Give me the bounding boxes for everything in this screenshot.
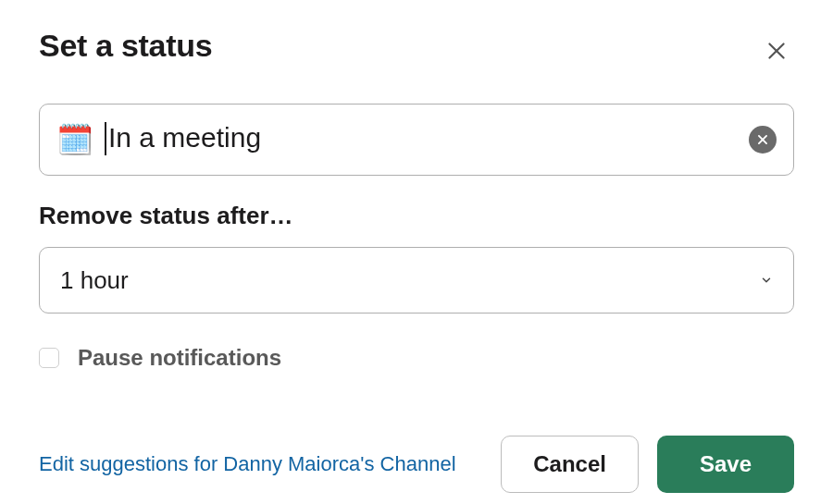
chevron-down-icon	[760, 274, 773, 287]
pause-notifications-checkbox[interactable]	[39, 348, 59, 368]
remove-after-label: Remove status after…	[39, 202, 794, 230]
status-emoji-picker[interactable]: 🗓️	[56, 122, 93, 157]
clear-status-button[interactable]	[749, 126, 777, 154]
close-icon	[765, 39, 789, 63]
close-button[interactable]	[759, 33, 794, 68]
x-icon	[756, 133, 769, 146]
text-caret	[105, 122, 106, 155]
pause-notifications-label: Pause notifications	[78, 345, 281, 371]
dialog-title: Set a status	[39, 28, 212, 64]
status-text-value: In a meeting	[108, 122, 261, 153]
cancel-button[interactable]: Cancel	[501, 436, 639, 493]
status-input[interactable]: 🗓️ In a meeting	[39, 104, 794, 176]
remove-after-select[interactable]: 1 hour	[39, 247, 794, 313]
save-button[interactable]: Save	[657, 436, 794, 493]
edit-suggestions-link[interactable]: Edit suggestions for Danny Maiorca's Cha…	[39, 452, 456, 476]
status-text-field[interactable]: In a meeting	[105, 122, 749, 156]
remove-after-value: 1 hour	[60, 266, 760, 295]
